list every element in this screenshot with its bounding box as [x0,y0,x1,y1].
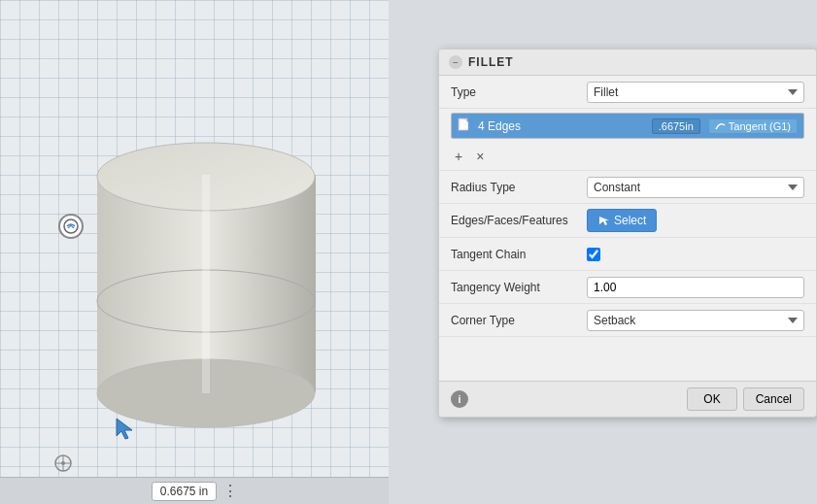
type-row: Type Fillet [439,76,816,109]
remove-edge-button[interactable]: × [472,147,488,166]
svg-point-10 [61,461,65,465]
edge-list-area: 4 Edges .6675in Tangent (G1) [451,113,804,139]
tangency-weight-row: Tangency Weight 1.00 [439,271,816,304]
type-label: Type [451,85,587,99]
dialog-minimize-button[interactable]: − [449,55,462,69]
tangency-weight-label: Tangency Weight [451,281,587,294]
dialog-footer: i OK Cancel [439,381,816,417]
dimension-display: 0.6675 in [152,482,217,501]
radius-type-control: Constant [587,177,804,198]
corner-type-label: Corner Type [451,314,587,327]
svg-marker-12 [599,217,609,225]
edge-icon [458,118,470,134]
edges-faces-label: Edges/Faces/Features [451,214,587,227]
dialog-title: FILLET [468,55,514,69]
info-button[interactable]: i [451,390,468,408]
footer-buttons: OK Cancel [687,387,804,411]
radius-type-select[interactable]: Constant [587,177,804,198]
tangent-chain-checkbox[interactable] [587,248,600,261]
dialog-body: Type Fillet 4 Edges .6675in [439,76,816,381]
canvas-area: 0.6675 in ⋮ [0,0,389,504]
bottom-bar: 0.6675 in ⋮ [0,477,389,504]
type-control: Fillet [587,82,804,103]
add-edge-button[interactable]: + [451,147,466,166]
edge-count-label: 4 Edges [478,119,644,133]
tangency-weight-control: 1.00 [587,277,804,298]
cursor-icon [113,415,140,448]
tangent-chain-label: Tangent Chain [451,248,587,261]
edge-list-row[interactable]: 4 Edges .6675in Tangent (G1) [452,114,803,138]
tangency-weight-input[interactable]: 1.00 [587,277,804,298]
tangent-chain-row: Tangent Chain [439,238,816,271]
corner-type-select[interactable]: Setback [587,310,804,331]
svg-marker-6 [117,419,132,439]
corner-type-control: Setback [587,310,804,331]
select-button[interactable]: Select [587,209,657,232]
svg-point-0 [64,219,78,233]
radius-type-row: Radius Type Constant [439,171,816,204]
edges-faces-control: Select [587,209,804,232]
edge-value-badge: .6675in [652,118,700,134]
axis-indicator [53,454,73,473]
radius-type-label: Radius Type [451,181,587,194]
dialog-titlebar: − FILLET [439,50,816,76]
corner-type-row: Corner Type Setback [439,304,816,337]
edges-faces-row: Edges/Faces/Features Select [439,204,816,238]
tangent-chain-control [587,248,804,261]
edge-type-badge: Tangent (G1) [708,118,798,134]
type-select[interactable]: Fillet [587,82,804,103]
fillet-dialog: − FILLET Type Fillet [438,49,817,418]
edge-list-toolbar: + × [439,143,816,171]
more-options-button[interactable]: ⋮ [222,482,237,500]
ok-button[interactable]: OK [687,387,736,411]
cylinder-shape [78,136,335,435]
cancel-button[interactable]: Cancel [743,387,804,411]
